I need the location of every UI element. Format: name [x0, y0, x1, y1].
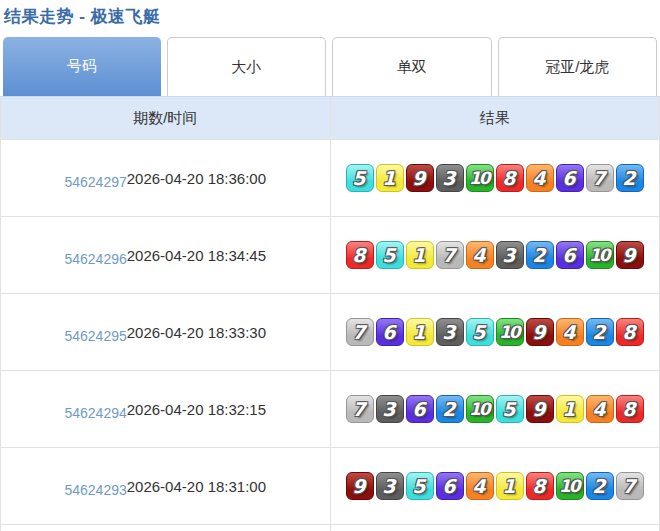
tab-champion-dragon-tiger[interactable]: 冠亚/龙虎 [498, 37, 658, 96]
result-ball: 10 [496, 318, 524, 346]
result-balls: 85174326109 [345, 241, 645, 269]
draw-time: 2026-04-20 18:33:30 [127, 324, 266, 341]
tab-big-small[interactable]: 大小 [167, 37, 327, 96]
result-balls: 51931084672 [345, 164, 645, 192]
result-ball: 6 [376, 318, 404, 346]
result-ball: 1 [496, 472, 524, 500]
result-ball: 8 [616, 395, 644, 423]
results-table-body: 546242972026-04-20 18:36:00 51931084672 … [1, 140, 659, 531]
period-time-cell: 546242952026-04-20 18:33:30 [1, 294, 331, 370]
result-ball: 4 [526, 164, 554, 192]
results-table: 期数/时间 结果 546242972026-04-20 18:36:00 519… [0, 96, 660, 531]
result-cell: 85174326109 [331, 217, 660, 293]
result-cell: 51931084672 [331, 140, 660, 216]
table-row: 546242932026-04-20 18:31:00 93564181027 [1, 448, 659, 525]
result-ball: 3 [436, 318, 464, 346]
result-ball: 6 [436, 472, 464, 500]
period-time-cell: 546242942026-04-20 18:32:15 [1, 371, 331, 447]
result-ball: 3 [436, 164, 464, 192]
result-ball: 4 [556, 318, 584, 346]
result-ball: 10 [466, 164, 494, 192]
result-ball: 9 [616, 241, 644, 269]
result-ball: 5 [376, 241, 404, 269]
result-ball: 9 [526, 318, 554, 346]
result-ball: 5 [496, 395, 524, 423]
result-ball: 3 [496, 241, 524, 269]
result-ball: 7 [586, 164, 614, 192]
draw-time: 2026-04-20 18:36:00 [127, 170, 266, 187]
result-ball: 6 [556, 164, 584, 192]
tab-numbers[interactable]: 号码 [3, 37, 161, 96]
result-ball: 9 [346, 472, 374, 500]
tab-big-small-label: 大小 [231, 58, 261, 77]
result-ball: 10 [466, 395, 494, 423]
result-ball: 8 [496, 164, 524, 192]
table-row: 546242962026-04-20 18:34:45 85174326109 [1, 217, 659, 294]
tab-odd-even-label: 单双 [397, 58, 427, 77]
result-ball: 3 [376, 395, 404, 423]
result-ball: 7 [346, 318, 374, 346]
column-header-period-time: 期数/时间 [1, 97, 331, 139]
result-ball: 1 [406, 241, 434, 269]
result-ball: 10 [586, 241, 614, 269]
result-ball: 7 [436, 241, 464, 269]
period-time-cell: 546242962026-04-20 18:34:45 [1, 217, 331, 293]
result-balls: 73621059148 [345, 395, 645, 423]
tab-odd-even[interactable]: 单双 [332, 37, 492, 96]
period-link[interactable]: 54624296 [64, 251, 126, 267]
table-row: 546242942026-04-20 18:32:15 73621059148 [1, 371, 659, 448]
result-cell: 73621059148 [331, 371, 660, 447]
result-ball: 5 [466, 318, 494, 346]
table-header-row: 期数/时间 结果 [1, 97, 659, 140]
result-ball: 2 [436, 395, 464, 423]
table-row-partial [1, 525, 659, 531]
result-ball: 4 [466, 472, 494, 500]
result-ball: 9 [526, 395, 554, 423]
result-ball: 6 [556, 241, 584, 269]
period-time-cell: 546242972026-04-20 18:36:00 [1, 140, 331, 216]
result-ball: 9 [406, 164, 434, 192]
tab-numbers-label: 号码 [67, 57, 97, 76]
tab-bar: 号码 大小 单双 冠亚/龙虎 [0, 37, 660, 96]
result-ball: 2 [616, 164, 644, 192]
result-ball: 4 [466, 241, 494, 269]
period-link[interactable]: 54624295 [64, 328, 126, 344]
result-ball: 8 [526, 472, 554, 500]
result-ball: 6 [406, 395, 434, 423]
result-ball: 5 [346, 164, 374, 192]
period-link[interactable]: 54624293 [64, 482, 126, 498]
result-ball: 1 [556, 395, 584, 423]
result-ball: 7 [616, 472, 644, 500]
table-row: 546242952026-04-20 18:33:30 76135109428 [1, 294, 659, 371]
result-ball: 2 [586, 318, 614, 346]
period-link[interactable]: 54624294 [64, 405, 126, 421]
draw-time: 2026-04-20 18:32:15 [127, 401, 266, 418]
result-ball: 10 [556, 472, 584, 500]
result-ball: 7 [346, 395, 374, 423]
result-ball: 8 [346, 241, 374, 269]
result-ball: 2 [526, 241, 554, 269]
result-ball: 8 [616, 318, 644, 346]
result-balls: 76135109428 [345, 318, 645, 346]
tab-champion-dragon-tiger-label: 冠亚/龙虎 [545, 58, 609, 77]
period-time-cell: 546242932026-04-20 18:31:00 [1, 448, 331, 524]
lottery-results-page: 结果走势 - 极速飞艇 号码 大小 单双 冠亚/龙虎 期数/时间 结果 5462… [0, 0, 660, 531]
draw-time: 2026-04-20 18:31:00 [127, 478, 266, 495]
result-ball: 3 [376, 472, 404, 500]
result-ball: 5 [406, 472, 434, 500]
result-balls: 93564181027 [345, 472, 645, 500]
result-ball: 4 [586, 395, 614, 423]
draw-time: 2026-04-20 18:34:45 [127, 247, 266, 264]
result-ball: 1 [376, 164, 404, 192]
result-ball: 1 [406, 318, 434, 346]
result-cell: 93564181027 [331, 448, 660, 524]
page-title: 结果走势 - 极速飞艇 [0, 0, 660, 37]
table-row: 546242972026-04-20 18:36:00 51931084672 [1, 140, 659, 217]
result-ball: 2 [586, 472, 614, 500]
column-header-result: 结果 [331, 97, 660, 139]
period-link[interactable]: 54624297 [64, 174, 126, 190]
result-cell: 76135109428 [331, 294, 660, 370]
